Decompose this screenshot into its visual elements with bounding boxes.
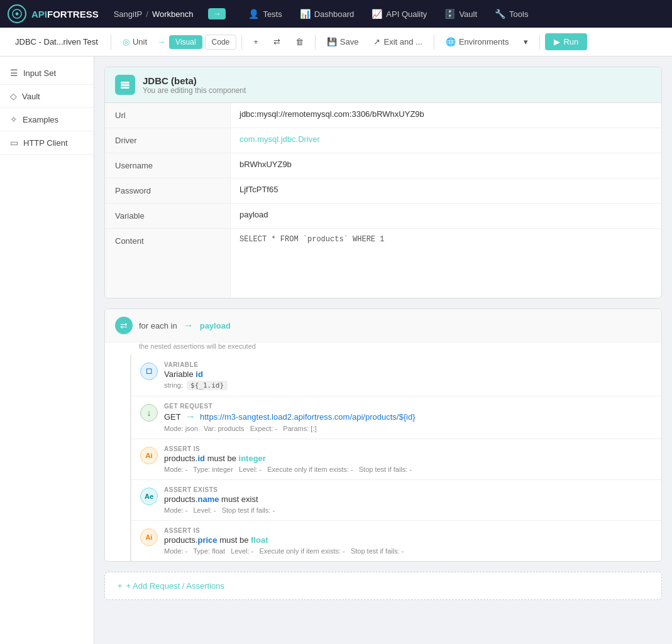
code-button[interactable]: Code [205,35,237,50]
get-url[interactable]: https://m3-sangtest.load2.apifortress.co… [200,412,416,422]
delete-button[interactable]: 🗑 [289,34,310,50]
foreach-card: ⇄ for each in → payload the nested asser… [104,308,662,562]
breadcrumb-user[interactable]: SangitP [114,9,143,19]
assert-exists-content: ASSERT EXISTS products.name must exist M… [164,486,653,514]
arrow-right-icon: → [157,37,165,46]
foreach-icon: ⇄ [115,317,133,334]
nested-items: ☐ VARIABLE Variable id string: ${_1.id} … [130,355,661,561]
username-label: Username [105,153,231,178]
url-field-row: Url jdbc:mysql://remotemysql.com:3306/bR… [105,103,661,128]
assert-name-key: name [197,494,219,504]
test-tab-label: JDBC - Dat...riven Test [15,37,98,46]
foreach-variable[interactable]: payload [200,321,231,330]
unit-icon: ◎ [123,37,129,46]
nav-item-dashboard[interactable]: 📊 Dashboard [292,5,362,23]
get-item-meta: Mode: json Var: products Expect: - Param… [164,425,653,432]
variable-id-value: ${_1.id} [187,381,228,390]
main-content: JDBC (beta) You are editing this compone… [94,57,672,644]
tools-icon: 🔧 [495,9,505,19]
toolbar-sep-5 [539,35,540,50]
list-item: ☐ VARIABLE Variable id string: ${_1.id} [131,355,661,396]
nav-vault-label: Vault [459,9,477,19]
variable-value[interactable]: payload [231,204,661,228]
jdbc-component-card: JDBC (beta) You are editing this compone… [104,67,662,298]
nav-item-api-quality[interactable]: 📈 API Quality [364,5,434,23]
nav-item-tests[interactable]: 👤 Tests [241,5,289,23]
password-value[interactable]: LjfTcPTf65 [231,178,661,203]
unit-label: Unit [133,37,147,46]
toolbar: JDBC - Dat...riven Test ◎ Unit → Visual … [0,28,672,57]
assert-is-id-meta: Mode: - Type: integer Level: - Execute o… [164,466,653,473]
exit-label: Exit and ... [383,37,422,46]
nav-items: 👤 Tests 📊 Dashboard 📈 API Quality 🗄️ Vau… [241,5,536,23]
username-value[interactable]: bRWhxUYZ9b [231,153,661,178]
password-label: Password [105,178,231,203]
logo-icon [8,4,26,23]
assert-is-id-badge: Ai [140,447,158,464]
breadcrumb-current[interactable]: Workbench [152,9,194,19]
add-icon: + [253,37,258,46]
vault-nav-icon: 🗄️ [444,9,455,19]
assert-is-price-type-label: ASSERT IS [164,527,653,534]
sidebar-input-set-label: Input Set [23,68,56,78]
logo[interactable]: APIFORTRESS [8,4,99,23]
get-badge: ↓ [140,404,158,422]
variable-label: Variable [105,204,231,228]
sidebar-vault-label: Vault [22,92,40,101]
sidebar-item-input-set[interactable]: ☰ Input Set [0,62,94,85]
list-item: Ai ASSERT IS products.id must be integer… [131,439,661,480]
run-icon: ▶ [554,37,560,46]
http-client-icon: ▭ [10,138,18,148]
foreach-header: ⇄ for each in → payload [105,309,661,342]
dashboard-icon: 📊 [300,9,311,19]
driver-value[interactable]: com.mysql.jdbc.Driver [231,128,661,153]
globe-icon: 🌐 [446,37,456,46]
sidebar-item-http-client[interactable]: ▭ HTTP Client [0,131,94,155]
svg-rect-3 [121,87,129,89]
visual-button[interactable]: Visual [169,35,202,49]
assert-exists-title: products.name must exist [164,494,653,504]
get-type-label: GET REQUEST [164,403,653,410]
assert-is-price-meta: Mode: - Type: float Level: - Execute onl… [164,547,653,555]
foreach-arrow: → [184,320,194,331]
examples-icon: ✧ [10,114,18,124]
api-quality-icon: 📈 [372,9,382,19]
foreach-description: the nested assertions will be executed [129,342,661,355]
test-tab[interactable]: JDBC - Dat...riven Test [8,33,106,50]
run-label: Run [563,37,578,46]
unit-button[interactable]: ◎ Unit [116,34,153,50]
vault-sidebar-icon: ◇ [10,91,17,101]
exit-button[interactable]: ↗ Exit and ... [367,34,428,50]
convert-button[interactable]: ⇄ [267,34,287,50]
content-value[interactable]: SELECT * FROM `products` WHERE 1 [231,229,661,298]
variable-field-row: Variable payload [105,204,661,229]
nav-item-vault[interactable]: 🗄️ Vault [437,5,485,23]
assert-is-id-type-label: ASSERT IS [164,445,653,452]
svg-rect-1 [121,82,129,84]
environments-dropdown-button[interactable]: ▾ [517,34,534,50]
list-item: ↓ GET REQUEST GET → https://m3-sangtest.… [131,396,661,439]
add-request-label: + Add Request / Assertions [126,581,224,591]
save-label: Save [340,37,359,46]
variable-item-content: VARIABLE Variable id string: ${_1.id} [164,361,653,390]
get-item-content: GET REQUEST GET → https://m3-sangtest.lo… [164,403,653,432]
add-request-button[interactable]: + + Add Request / Assertions [104,572,662,600]
sidebar-item-examples[interactable]: ✧ Examples [0,108,94,131]
assert-is-price-title: products.price must be float [164,535,653,545]
save-button[interactable]: 💾 Save [321,34,365,50]
nav-api-quality-label: API Quality [386,9,427,19]
password-field-row: Password LjfTcPTf65 [105,178,661,204]
sidebar-http-client-label: HTTP Client [23,138,68,148]
save-icon: 💾 [327,37,337,46]
assert-is-id-content: ASSERT IS products.id must be integer Mo… [164,445,653,473]
variable-item-title: Variable id [164,369,653,379]
variable-type-label: VARIABLE [164,361,653,368]
run-button[interactable]: ▶ Run [545,33,587,50]
environments-label: Environments [459,37,509,46]
add-button[interactable]: + [247,34,265,50]
url-value[interactable]: jdbc:mysql://remotemysql.com:3306/bRWhxU… [231,103,661,128]
nav-item-tools[interactable]: 🔧 Tools [487,5,536,23]
environments-button[interactable]: 🌐 Environments [439,34,515,50]
sidebar-item-vault[interactable]: ◇ Vault [0,85,94,108]
driver-label: Driver [105,128,231,153]
